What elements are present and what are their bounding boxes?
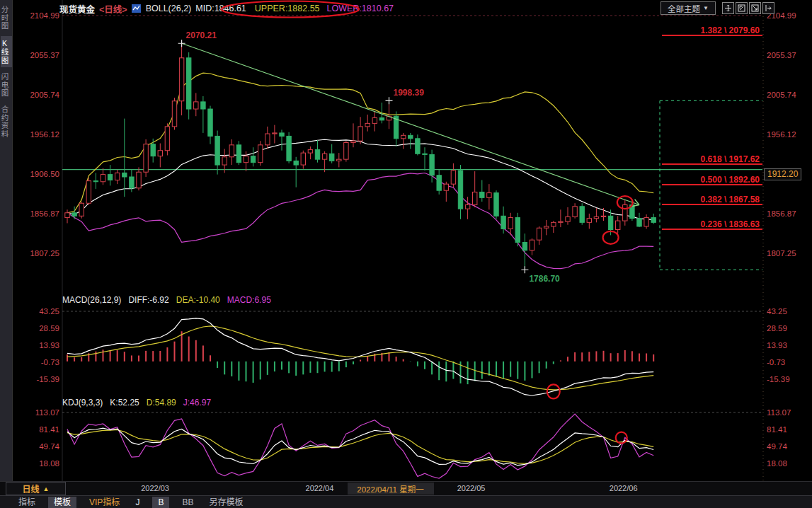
kdj-right-axis-tick: 113.07 [767,408,791,417]
bottom-toolbar: 指标 模板 VIP指标 J B BB 另存模板 [0,495,812,508]
toolbar-item-bb[interactable]: BB [179,497,196,508]
macd-left-axis-tick: -0.73 [41,358,59,366]
kdj-left-axis-tick: 81.41 [39,425,59,434]
mini-chart-icon [132,4,142,13]
chart-header: 现货黄金 <日线> BOLL(26,2) MID:1846.61 UPPER:1… [59,1,394,16]
period-title: <日线> [99,2,127,16]
boll-mid-value: MID:1846.61 [195,4,246,13]
kdj-j-line [67,414,653,478]
macd-left-axis-tick: 13.93 [39,341,59,350]
toolbar-item-save-template[interactable]: 另存模板 [206,497,246,508]
symbol-title: 现货黄金 [59,2,95,16]
kdj-right-axis-tick: 49.74 [767,442,787,451]
macd-left-axis-tick: -15.39 [36,375,59,383]
main-right-axis-tick: 1856.87 [767,209,796,218]
macd-left-axis-tick: 43.25 [39,307,59,316]
period-selector-label: 日线 [23,483,40,495]
main-left-axis-tick: 1956.12 [30,130,59,139]
macd-legend: MACD(26,12,9) DIFF:-6.92 DEA:-10.40 MACD… [62,295,271,305]
trading-app-window: 分时图 K线图 闪电图 合约资料 现货黄金 <日线> BOLL(26,2) MI… [0,0,812,508]
kdj-left-axis-tick: 113.07 [35,408,59,417]
macd-left-axis-tick: 28.59 [39,324,59,333]
macd-dea-line [67,326,653,390]
candles-group [65,43,656,270]
toolbar-item-b[interactable]: B [152,497,169,508]
date-axis-label: 2022/03 [141,484,169,492]
macd-diff-value: DIFF:-6.92 [128,295,168,305]
zoom-y-icon[interactable] [749,2,761,14]
macd-right-axis-tick: 13.93 [767,341,787,350]
date-axis-label: 2022/04 [306,484,334,492]
period-selector[interactable]: 日线 ▲ [6,482,66,495]
theme-dropdown-label: 全部主题 [668,3,700,14]
toolbar-item-vip-indicators[interactable]: VIP指标 [86,497,122,508]
main-left-axis-tick: 2104.99 [30,11,59,20]
theme-dropdown[interactable]: 全部主题 ▼ [661,1,716,15]
macd-histogram-group [67,331,653,384]
toolbar-item-indicators[interactable]: 指标 [16,497,38,508]
boll-lower-value: LOWER:1810.67 [327,4,394,13]
main-left-axis-tick: 2005.74 [30,91,59,99]
toolbar-item-template[interactable]: 模板 [48,497,76,508]
main-left-axis-tick: 1807.25 [30,249,59,258]
kdj-k-value: K:52.25 [110,398,139,408]
kdj-left-axis-tick: 49.74 [39,442,59,451]
triangle-up-icon: ▲ [43,485,50,492]
macd-right-axis-tick: -15.39 [767,375,790,383]
shift-right-icon[interactable] [762,2,774,14]
kdj-legend: KDJ(9,3,3) K:52.25 D:54.89 J:46.97 [62,398,211,408]
main-right-axis-tick: 1807.25 [767,249,796,258]
macd-right-axis-tick: 43.25 [767,307,787,316]
date-axis-label: 2022/06 [610,484,638,492]
main-left-axis-tick: 1856.87 [30,209,59,218]
date-axis-label: 2022/05 [457,484,486,492]
macd-params-label: MACD(26,12,9) [62,295,121,305]
kdj-params-label: KDJ(9,3,3) [62,398,103,408]
date-axis-highlight: 2022/04/11 星期一 [348,483,434,495]
macd-right-axis-tick: -0.73 [767,358,785,366]
zoom-x-icon[interactable] [736,2,748,14]
kdj-right-axis-tick: 18.08 [767,459,787,468]
boll-upper-value: UPPER:1882.55 [255,4,320,13]
toolbar-item-j[interactable]: J [132,497,142,508]
macd-macd-value: MACD:6.95 [227,295,271,305]
date-axis: 2022/032022/042022/052022/062022/04/11 星… [0,481,812,496]
trend-line [182,43,639,204]
main-chart-svg[interactable]: 2104.992055.372005.741956.121906.501856.… [0,0,812,508]
kdj-left-axis-tick: 18.08 [39,459,59,468]
main-left-axis-tick: 1906.50 [30,170,59,178]
chevron-down-icon: ▼ [703,5,709,11]
main-right-axis-tick: 2005.74 [767,91,796,99]
kdj-right-axis-tick: 81.41 [767,425,787,434]
boll-params-label: BOLL(26,2) [146,4,192,13]
main-right-axis-tick: 2055.37 [767,51,796,59]
main-right-axis-tick: 1956.12 [767,130,796,139]
macd-dea-value: DEA:-10.40 [176,295,220,305]
kdj-d-value: D:54.89 [147,398,176,408]
pan-icon[interactable] [722,2,734,14]
kdj-j-value: J:46.97 [183,398,211,408]
main-left-axis-tick: 2055.37 [30,51,59,59]
macd-right-axis-tick: 28.59 [767,324,787,333]
